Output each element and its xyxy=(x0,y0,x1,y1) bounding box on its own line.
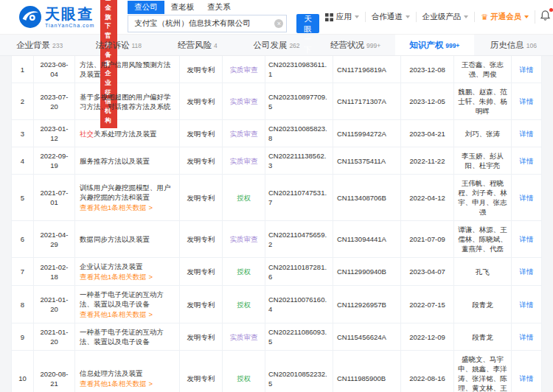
publication-number: CN117171307A xyxy=(333,83,401,119)
patent-name: 方法、用户信用风险预测方法及装置 xyxy=(80,60,171,78)
patent-name: 企业认证方法及装置 xyxy=(80,262,143,270)
search-button[interactable]: 天眼一下 xyxy=(296,14,319,33)
logo-subtitle: TianYanCha.com xyxy=(45,23,94,28)
tab-company-background[interactable]: 企业背景233 xyxy=(0,35,79,55)
inventors: 魏鹏、赵森、范士轩、朱帅、杨明晖 xyxy=(454,83,512,119)
patent-type: 发明专利 xyxy=(180,120,223,147)
status-cell: 实质审查 xyxy=(223,221,265,257)
status-cell: 授权 xyxy=(223,258,265,285)
publication-number: CN117196819A xyxy=(333,56,401,83)
application-number: CN202310085823.8 xyxy=(265,120,333,147)
publication-number: CN111985900B xyxy=(333,351,401,392)
chevron-down-icon xyxy=(464,15,468,18)
table-row: 5 2021-07-01 训练用户兴趣挖掘模型、用户兴趣挖掘的方法和装置 查看其… xyxy=(12,175,541,221)
search-input[interactable] xyxy=(128,15,287,32)
status-cell: 实质审查 xyxy=(223,120,265,147)
inventors: 王岙鑫、张志强、周俊 xyxy=(454,56,512,83)
tab-label: 企业背景 xyxy=(16,41,50,49)
status-badge: 实质审查 xyxy=(230,97,258,106)
tab-business-status[interactable]: 经营状况999+ xyxy=(316,35,395,55)
publication-date: 2022-04-12 xyxy=(401,175,454,220)
related-data-link[interactable]: 查看其他1条相关数据 > xyxy=(80,309,175,319)
patent-name-cell: 基于多视图超图的用户偏好学习方法、对话推荐方法及系统 xyxy=(75,83,180,119)
patent-name-cell: 社交关系处理方法及装置 xyxy=(75,120,180,147)
patent-name-cell: 企业认证方法及装置 查看其他1条相关数据 > xyxy=(75,258,180,285)
detail-cell: 详情 xyxy=(512,120,541,147)
patent-name-cell: 信息处理方法及装置 查看其他1条相关数据 > xyxy=(75,351,180,392)
search-tab-boss[interactable]: 查老板 xyxy=(164,1,201,14)
publication-number: CN115456624A xyxy=(333,323,401,350)
status-cell: 实质审查 xyxy=(223,323,265,350)
row-index: 9 xyxy=(12,323,34,350)
detail-link[interactable]: 详情 xyxy=(520,267,534,276)
publication-date: 2023-04-21 xyxy=(401,120,454,147)
detail-link[interactable]: 详情 xyxy=(520,97,534,106)
menu-apps[interactable]: 应用 xyxy=(319,12,365,22)
patent-name-cell: 数据同步方法以及装置 xyxy=(75,221,180,257)
bell-icon xyxy=(540,10,550,21)
tab-intellectual-property[interactable]: 知识产权999+ xyxy=(395,35,474,55)
menu-enterprise-label: 企业级产品 xyxy=(422,12,462,22)
tab-count: 233 xyxy=(52,42,63,49)
patent-name-cell: 一种基于电子凭证的互动方法、装置以及电子设备 查看其他1条相关数据 > xyxy=(75,286,180,323)
row-index: 2 xyxy=(12,83,34,119)
search-tab-company[interactable]: 查公司 xyxy=(128,1,164,14)
application-date: 2023-07-20 xyxy=(34,83,75,119)
patent-table-body: 1 2023-08-04 方法、用户信用风险预测方法及装置 发明专利 实质审查 … xyxy=(12,56,541,392)
application-number: CN202211086093.5 xyxy=(265,323,333,350)
menu-cooperation[interactable]: 合作通道 xyxy=(365,12,416,22)
table-row: 3 2023-01-12 社交关系处理方法及装置 发明专利 实质审查 CN202… xyxy=(12,120,541,147)
status-badge: 实质审查 xyxy=(230,129,258,139)
row-index: 7 xyxy=(12,258,34,285)
tab-label: 知识产权 xyxy=(409,41,443,49)
status-badge: 授权 xyxy=(237,267,251,276)
status-cell: 授权 xyxy=(223,286,265,323)
publication-date: 2022-12-09 xyxy=(401,323,454,350)
patent-name: 关系处理方法及装置 xyxy=(94,130,157,138)
related-data-link[interactable]: 查看其他1条相关数据 > xyxy=(80,203,175,212)
patent-name-cell: 一种基于电子凭证的互动方法、装置以及电子设备 xyxy=(75,323,180,350)
application-number: CN202310983611.1 xyxy=(265,56,333,83)
notification-bell[interactable] xyxy=(535,10,553,24)
chevron-down-icon xyxy=(355,15,359,18)
inventors: 段青龙 xyxy=(454,323,512,350)
status-cell: 实质审查 xyxy=(223,83,265,119)
search-row: × 天眼一下 xyxy=(128,14,319,33)
detail-link[interactable]: 详情 xyxy=(520,193,534,203)
highlighted-term: 社交 xyxy=(80,130,94,138)
related-data-link[interactable]: 查看其他1条相关数据 > xyxy=(80,272,153,281)
publication-number: CN115375411A xyxy=(333,147,401,174)
detail-link[interactable]: 详情 xyxy=(520,129,534,139)
row-index: 3 xyxy=(12,120,34,147)
tianyancha-logo[interactable]: 天眼查 TianYanCha.com xyxy=(19,6,94,28)
tab-label: 公司发展 xyxy=(253,41,287,49)
tab-legal-proceedings[interactable]: 法律诉讼118 xyxy=(79,35,158,55)
status-badge: 实质审查 xyxy=(230,156,258,166)
patent-type: 发明专利 xyxy=(180,351,223,392)
detail-cell: 详情 xyxy=(512,286,541,323)
detail-link[interactable]: 详情 xyxy=(520,300,534,309)
patent-table: 1 2023-08-04 方法、用户信用风险预测方法及装置 发明专利 实质审查 … xyxy=(11,56,542,392)
tab-operating-risk[interactable]: 经营风险4 xyxy=(158,35,237,55)
detail-link[interactable]: 详情 xyxy=(520,234,534,244)
menu-vip[interactable]: ♛ 开通会员 xyxy=(474,12,535,22)
publication-date: 2022-11-22 xyxy=(401,147,454,174)
tab-history-info[interactable]: 历史信息106 xyxy=(474,35,553,55)
detail-cell: 详情 xyxy=(512,323,541,350)
inventors: 谭谦、林源、王儒林、陈晓斌、董燕萍、代磊 xyxy=(454,221,512,257)
publication-date: 2023-12-08 xyxy=(401,56,454,83)
detail-cell: 详情 xyxy=(512,175,541,220)
tab-company-development[interactable]: 公司发展262 xyxy=(237,35,316,55)
row-index: 5 xyxy=(12,175,34,220)
menu-enterprise[interactable]: 企业级产品 xyxy=(416,12,475,22)
search-tabs: 查公司 查老板 查关系 xyxy=(128,1,319,14)
application-number: CN202211138562.3 xyxy=(265,147,333,174)
detail-link[interactable]: 详情 xyxy=(520,374,534,383)
detail-link[interactable]: 详情 xyxy=(520,332,534,342)
detail-link[interactable]: 详情 xyxy=(520,65,534,74)
menu-apps-label: 应用 xyxy=(336,12,352,22)
publication-number: CN113408706B xyxy=(333,175,401,220)
related-data-link[interactable]: 查看其他1条相关数据 > xyxy=(80,379,153,388)
search-tab-relation[interactable]: 查关系 xyxy=(201,1,237,14)
detail-link[interactable]: 详情 xyxy=(520,156,534,166)
